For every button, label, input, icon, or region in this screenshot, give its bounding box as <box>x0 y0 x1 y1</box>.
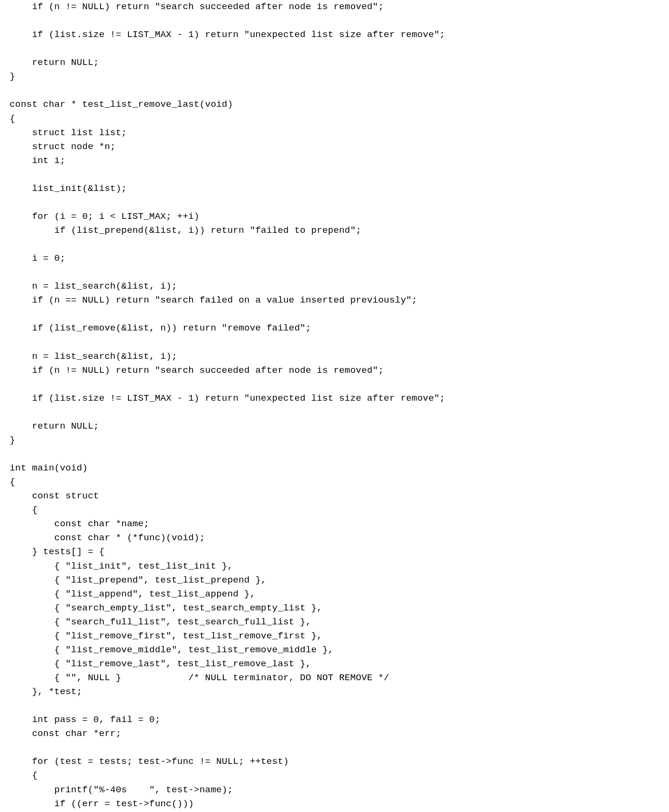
source-code-block: if (n != NULL) return "search succeeded … <box>0 0 669 812</box>
